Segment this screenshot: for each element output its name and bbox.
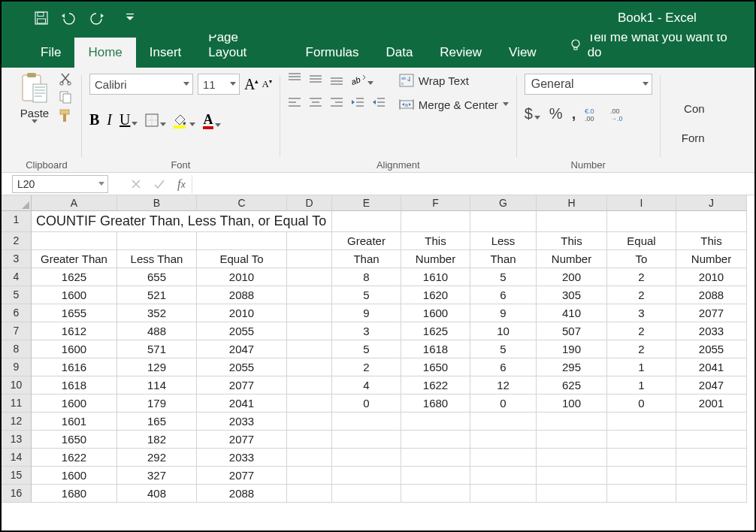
row-header[interactable]: 8 xyxy=(2,340,32,358)
cell[interactable]: Less Than xyxy=(117,250,197,268)
row-header[interactable]: 10 xyxy=(2,376,32,394)
cell[interactable]: 0 xyxy=(607,394,676,413)
format-painter-icon[interactable] xyxy=(59,108,74,123)
cell[interactable]: 2033 xyxy=(197,413,287,431)
cell[interactable] xyxy=(332,449,401,467)
cell[interactable]: 2088 xyxy=(197,286,287,304)
tab-insert[interactable]: Insert xyxy=(136,38,195,68)
cell[interactable]: 1616 xyxy=(32,358,117,376)
cell[interactable] xyxy=(676,211,747,232)
conditional-formatting-cut[interactable]: Con xyxy=(684,102,705,115)
cell[interactable]: 2 xyxy=(607,322,676,340)
cell[interactable] xyxy=(287,394,332,413)
cell[interactable]: 2 xyxy=(332,358,401,376)
select-all-corner[interactable] xyxy=(2,195,32,211)
cell[interactable]: 8 xyxy=(332,268,401,286)
cell[interactable] xyxy=(607,211,676,232)
row-header[interactable]: 2 xyxy=(2,232,32,250)
cell[interactable]: 1600 xyxy=(32,394,117,413)
cell[interactable]: 2077 xyxy=(197,467,287,485)
cell[interactable] xyxy=(470,211,537,232)
cell[interactable]: 9 xyxy=(470,304,537,322)
col-header[interactable]: H xyxy=(537,195,607,211)
row-header[interactable]: 16 xyxy=(2,485,32,503)
cell[interactable]: Less xyxy=(470,232,537,250)
cell[interactable] xyxy=(287,413,332,431)
cell[interactable]: 2077 xyxy=(197,376,287,394)
align-middle-icon[interactable] xyxy=(309,72,322,86)
percent-button[interactable]: % xyxy=(549,105,563,122)
cell[interactable]: 2 xyxy=(607,286,676,304)
cell[interactable]: 1600 xyxy=(32,467,117,485)
cell[interactable] xyxy=(537,413,607,431)
borders-button[interactable] xyxy=(145,113,166,127)
cell[interactable]: 2 xyxy=(607,268,676,286)
cell[interactable]: 507 xyxy=(537,322,607,340)
cell[interactable]: 4 xyxy=(332,376,401,394)
cell[interactable] xyxy=(607,485,676,503)
redo-icon[interactable] xyxy=(89,11,105,25)
cell[interactable]: This xyxy=(537,232,607,250)
align-left-icon[interactable] xyxy=(288,96,301,110)
cell[interactable]: 182 xyxy=(117,431,197,449)
cell[interactable]: 1610 xyxy=(401,268,470,286)
cell[interactable] xyxy=(676,413,747,431)
decrease-font-icon[interactable]: A▾ xyxy=(262,78,271,90)
cell[interactable]: 179 xyxy=(117,394,197,413)
cell[interactable]: 1655 xyxy=(32,304,117,322)
cell[interactable]: This xyxy=(401,232,470,250)
cell[interactable] xyxy=(287,485,332,503)
cell[interactable]: 2047 xyxy=(676,376,747,394)
cell[interactable] xyxy=(537,431,607,449)
cell[interactable]: Number xyxy=(537,250,607,268)
cell[interactable]: 6 xyxy=(470,286,537,304)
cell[interactable] xyxy=(537,485,607,503)
cancel-formula-icon[interactable] xyxy=(131,179,141,189)
increase-decimal-icon[interactable]: €.0.00 xyxy=(585,107,601,122)
cell[interactable] xyxy=(470,449,537,467)
cell[interactable]: 12 xyxy=(470,376,537,394)
cell[interactable]: 1625 xyxy=(401,322,470,340)
cell[interactable]: Than xyxy=(470,250,537,268)
fx-icon[interactable]: fx xyxy=(177,177,186,192)
cell[interactable] xyxy=(401,211,470,232)
cell[interactable]: 2047 xyxy=(197,340,287,358)
cell[interactable]: 1612 xyxy=(32,322,117,340)
cell[interactable]: 1650 xyxy=(401,358,470,376)
undo-icon[interactable] xyxy=(60,11,77,25)
cell[interactable]: 2041 xyxy=(676,358,747,376)
decrease-indent-icon[interactable] xyxy=(351,96,364,110)
cell[interactable]: 625 xyxy=(537,376,607,394)
cell[interactable] xyxy=(607,467,676,485)
cell[interactable] xyxy=(332,413,401,431)
cell[interactable]: 352 xyxy=(117,304,197,322)
cell[interactable] xyxy=(287,358,332,376)
cell[interactable] xyxy=(470,485,537,503)
enter-formula-icon[interactable] xyxy=(153,179,165,189)
cell[interactable] xyxy=(676,485,747,503)
cell[interactable] xyxy=(401,449,470,467)
cell[interactable]: 1622 xyxy=(401,376,470,394)
cell[interactable]: 1 xyxy=(607,358,676,376)
align-bottom-icon[interactable] xyxy=(330,72,343,86)
cell[interactable] xyxy=(537,467,607,485)
cell[interactable]: 305 xyxy=(537,286,607,304)
name-box[interactable]: L20 xyxy=(12,175,108,193)
cell[interactable] xyxy=(287,250,332,268)
row-header[interactable]: 3 xyxy=(2,250,32,268)
row-header[interactable]: 11 xyxy=(2,394,32,413)
cell[interactable] xyxy=(287,376,332,394)
underline-button[interactable]: U xyxy=(119,111,138,128)
tab-file[interactable]: File xyxy=(27,38,74,68)
cell[interactable]: 2055 xyxy=(676,340,747,358)
increase-indent-icon[interactable] xyxy=(372,96,386,110)
cell[interactable]: 1625 xyxy=(32,268,117,286)
cell[interactable]: 410 xyxy=(537,304,607,322)
cell[interactable]: To xyxy=(607,250,676,268)
cell[interactable] xyxy=(470,467,537,485)
col-header[interactable]: I xyxy=(607,195,676,211)
cell[interactable] xyxy=(470,413,537,431)
cell[interactable]: 655 xyxy=(117,268,197,286)
cell[interactable]: 521 xyxy=(117,286,197,304)
cell[interactable]: 6 xyxy=(470,358,537,376)
